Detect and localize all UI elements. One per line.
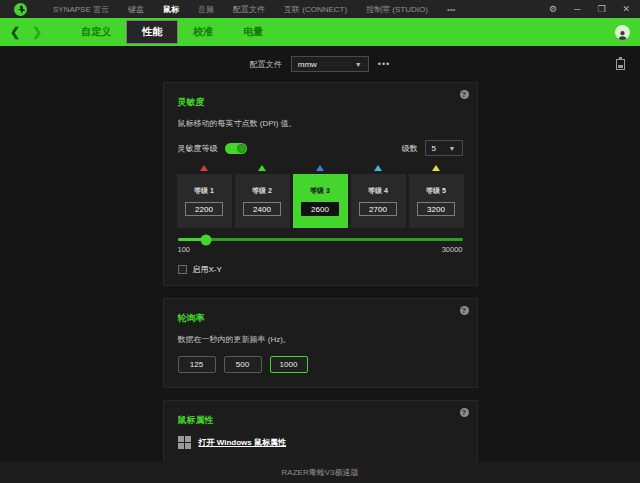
stages-toggle-label: 灵敏度等级 — [178, 143, 218, 154]
tab-customize[interactable]: 自定义 — [66, 20, 126, 44]
polling-500-button[interactable]: 500 — [224, 356, 262, 373]
help-icon[interactable]: ? — [460, 306, 469, 315]
maximize-button[interactable]: ❒ — [597, 5, 605, 14]
dpi-slider[interactable] — [178, 238, 463, 241]
open-windows-mouse-properties-link[interactable]: 打开 Windows 鼠标属性 — [199, 437, 286, 448]
chevron-down-icon: ▼ — [449, 145, 456, 152]
battery-icon — [616, 56, 625, 74]
menu-studio[interactable]: 控制室 (STUDIO) — [366, 4, 428, 15]
polling-title: 轮询率 — [178, 312, 463, 325]
back-chevron-icon[interactable]: ❮ — [10, 26, 20, 38]
dpi-stages: 等级 1 2200 等级 2 2400 等级 3 2600 — [178, 165, 463, 228]
help-icon[interactable]: ? — [460, 90, 469, 99]
mouse-properties-title: 鼠标属性 — [178, 414, 463, 427]
stage-marker-icon — [258, 165, 266, 171]
user-avatar-icon[interactable] — [615, 25, 630, 40]
windows-logo-icon — [178, 436, 191, 449]
dpi-value-input[interactable]: 2200 — [185, 202, 223, 216]
stage-label: 等级 1 — [194, 186, 214, 196]
polling-card: ? 轮询率 数据在一秒内的更新频率 (Hz)。 125 500 1000 — [163, 298, 478, 388]
stages-toggle[interactable] — [225, 143, 247, 154]
razer-triskelion — [16, 5, 25, 14]
chevron-down-icon: ▼ — [355, 61, 362, 68]
help-icon[interactable]: ? — [460, 408, 469, 417]
device-nav-bar: ❮ ❯ 自定义 性能 校准 电量 — [0, 18, 640, 46]
slider-thumb[interactable] — [201, 234, 212, 245]
forward-chevron-icon[interactable]: ❯ — [32, 26, 42, 38]
mouse-properties-card: ? 鼠标属性 打开 Windows 鼠标属性 — [163, 400, 478, 464]
polling-125-button[interactable]: 125 — [178, 356, 216, 373]
device-footer: RAZER毒蝰V3极速版 — [0, 462, 640, 483]
slider-range-labels: 100 30000 — [178, 245, 463, 254]
profile-label: 配置文件 — [250, 59, 282, 70]
sensitivity-title: 灵敏度 — [178, 96, 463, 109]
window-controls: ⚙ ─ ❒ ✕ — [549, 5, 630, 14]
slider-min-label: 100 — [178, 245, 191, 254]
stage-count-value: 5 — [432, 144, 436, 153]
dpi-stage-1[interactable]: 等级 1 2200 — [177, 165, 232, 228]
menu-more-icon[interactable]: ••• — [447, 5, 455, 14]
stage-marker-icon — [432, 165, 440, 171]
profile-more-icon[interactable]: ••• — [378, 59, 390, 69]
profile-select[interactable]: mmw ▼ — [291, 56, 369, 72]
profile-row: 配置文件 mmw ▼ ••• — [0, 46, 640, 82]
profile-select-value: mmw — [298, 60, 317, 69]
xy-checkbox[interactable] — [178, 265, 187, 274]
toggle-knob — [237, 144, 246, 153]
dpi-value-input[interactable]: 3200 — [417, 202, 455, 216]
stage-marker-icon — [200, 165, 208, 171]
menu-profiles[interactable]: 配置文件 — [233, 4, 265, 15]
titlebar: SYNAPSE 雷云 键盘 鼠标 音频 配置文件 互联 (CONNECT) 控制… — [0, 0, 640, 18]
polling-options: 125 500 1000 — [178, 356, 463, 373]
stage-label: 等级 2 — [252, 186, 272, 196]
stage-label: 等级 4 — [368, 186, 388, 196]
minimize-button[interactable]: ─ — [574, 5, 580, 14]
dpi-stage-2[interactable]: 等级 2 2400 — [235, 165, 290, 228]
stage-cell: 等级 5 3200 — [409, 174, 464, 228]
xy-checkbox-label: 启用X-Y — [193, 264, 222, 275]
stage-marker-icon — [374, 165, 382, 171]
stage-cell: 等级 3 2600 — [293, 174, 348, 228]
stage-count-label: 级数 — [402, 143, 418, 154]
slider-track[interactable] — [178, 238, 463, 241]
main-content: 配置文件 mmw ▼ ••• ? 灵敏度 鼠标移动的每英寸点数 (DPI) 值。… — [0, 46, 640, 483]
tab-calibration[interactable]: 校准 — [178, 20, 228, 44]
sensitivity-card: ? 灵敏度 鼠标移动的每英寸点数 (DPI) 值。 灵敏度等级 级数 5 ▼ 等… — [163, 82, 478, 286]
stages-toggle-row: 灵敏度等级 级数 5 ▼ — [178, 140, 463, 156]
stage-cell: 等级 1 2200 — [177, 174, 232, 228]
razer-logo-icon[interactable] — [14, 3, 27, 16]
menu-audio[interactable]: 音频 — [198, 4, 214, 15]
windows-properties-row: 打开 Windows 鼠标属性 — [178, 436, 463, 449]
tab-performance[interactable]: 性能 — [126, 20, 178, 44]
app-menu: SYNAPSE 雷云 键盘 鼠标 音频 配置文件 互联 (CONNECT) 控制… — [53, 4, 455, 15]
polling-subtitle: 数据在一秒内的更新频率 (Hz)。 — [178, 334, 463, 345]
stage-cell: 等级 2 2400 — [235, 174, 290, 228]
dpi-stage-4[interactable]: 等级 4 2700 — [351, 165, 406, 228]
stage-label: 等级 5 — [426, 186, 446, 196]
device-tabs: 自定义 性能 校准 电量 — [66, 18, 278, 46]
xy-row: 启用X-Y — [178, 264, 463, 275]
stage-label: 等级 3 — [310, 186, 330, 196]
dpi-value-input[interactable]: 2700 — [359, 202, 397, 216]
stage-count-select[interactable]: 5 ▼ — [425, 140, 463, 156]
menu-keyboard[interactable]: 键盘 — [128, 4, 144, 15]
stage-cell: 等级 4 2700 — [351, 174, 406, 228]
dpi-value-input[interactable]: 2400 — [243, 202, 281, 216]
slider-max-label: 30000 — [442, 245, 463, 254]
close-button[interactable]: ✕ — [622, 5, 630, 14]
dpi-value-input[interactable]: 2600 — [301, 202, 339, 216]
person-icon — [617, 29, 628, 40]
settings-gear-icon[interactable]: ⚙ — [549, 5, 557, 14]
menu-connect[interactable]: 互联 (CONNECT) — [284, 4, 347, 15]
tab-power[interactable]: 电量 — [228, 20, 278, 44]
sensitivity-subtitle: 鼠标移动的每英寸点数 (DPI) 值。 — [178, 118, 463, 129]
dpi-stage-5[interactable]: 等级 5 3200 — [409, 165, 464, 228]
menu-synapse[interactable]: SYNAPSE 雷云 — [53, 4, 109, 15]
polling-1000-button[interactable]: 1000 — [270, 356, 308, 373]
dpi-stage-3[interactable]: 等级 3 2600 — [293, 165, 348, 228]
menu-mouse[interactable]: 鼠标 — [163, 4, 179, 15]
device-name: RAZER毒蝰V3极速版 — [282, 467, 359, 478]
stage-marker-icon — [316, 165, 324, 171]
